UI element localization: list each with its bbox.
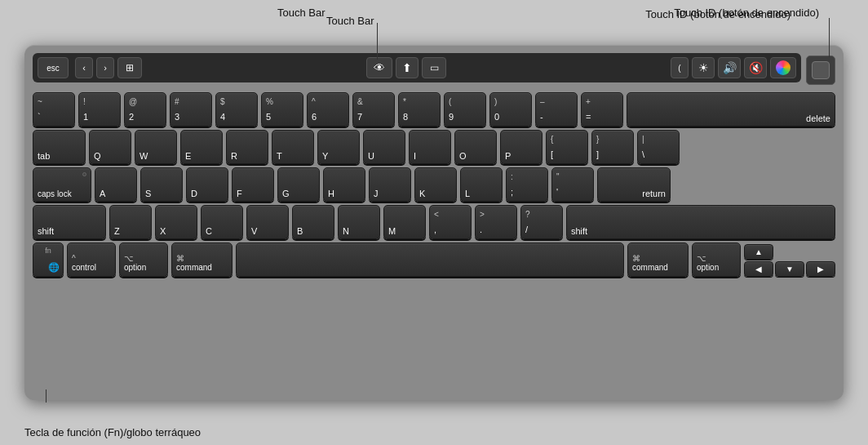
key-shift-left[interactable]: shift xyxy=(33,205,106,239)
key-o[interactable]: O xyxy=(454,130,497,164)
key-e[interactable]: E xyxy=(180,130,223,164)
tb-eye-key[interactable]: 👁 xyxy=(366,57,392,78)
touch-bar-label: Touch Bar xyxy=(326,15,374,27)
key-f[interactable]: F xyxy=(232,167,274,202)
tb-mute-key[interactable]: 🔇 xyxy=(744,57,767,78)
key-arrow-down[interactable]: ▼ xyxy=(775,261,804,277)
key-u[interactable]: U xyxy=(363,130,405,164)
key-rbracket[interactable]: }] xyxy=(591,130,634,164)
key-lbracket[interactable]: {[ xyxy=(546,130,588,164)
touch-bar-annotation: Touch Bar xyxy=(277,7,326,19)
key-3[interactable]: #3 xyxy=(170,92,212,127)
key-1[interactable]: !1 xyxy=(78,92,121,127)
key-y[interactable]: Y xyxy=(317,130,360,164)
key-semicolon[interactable]: :; xyxy=(506,167,548,202)
key-m[interactable]: M xyxy=(383,205,426,239)
key-arrow-right[interactable]: ▶ xyxy=(806,261,835,277)
key-9[interactable]: (9 xyxy=(444,92,486,127)
key-option-right[interactable]: ⌥option xyxy=(692,243,741,277)
key-z[interactable]: Z xyxy=(109,205,152,239)
fn-globe-label: Tecla de función (Fn)/globo terráqueo xyxy=(24,426,201,438)
tb-grid-key[interactable]: ⊞ xyxy=(117,57,142,78)
touch-id-key[interactable] xyxy=(806,56,835,85)
key-2[interactable]: @2 xyxy=(124,92,166,127)
tb-siri-key[interactable] xyxy=(770,57,796,78)
key-p[interactable]: P xyxy=(500,130,542,164)
key-g[interactable]: G xyxy=(277,167,320,202)
key-command-left[interactable]: ⌘command xyxy=(171,243,232,277)
key-delete[interactable]: delete xyxy=(627,92,835,127)
key-7[interactable]: &7 xyxy=(352,92,395,127)
key-l[interactable]: L xyxy=(460,167,503,202)
key-backtick[interactable]: ~` xyxy=(33,92,75,127)
key-a[interactable]: A xyxy=(95,167,137,202)
tb-vol-key[interactable]: 🔊 xyxy=(718,57,741,78)
key-shift-right[interactable]: shift xyxy=(566,205,835,239)
qwerty-row: tab Q W E R T Y U I O P {[ }] |\ xyxy=(33,130,835,164)
touch-bar: esc ‹ › ⊞ 👁 ⬆ ▭ ( ☀ 🔊 🔇 xyxy=(33,53,801,82)
key-k[interactable]: K xyxy=(414,167,457,202)
key-r[interactable]: R xyxy=(226,130,268,164)
key-0[interactable]: )0 xyxy=(489,92,532,127)
key-4[interactable]: $4 xyxy=(215,92,258,127)
key-arrow-left[interactable]: ◀ xyxy=(744,261,773,277)
key-b[interactable]: B xyxy=(292,205,334,239)
key-backslash[interactable]: |\ xyxy=(637,130,680,164)
key-slash[interactable]: ?/ xyxy=(520,205,563,239)
key-period[interactable]: >. xyxy=(475,205,517,239)
key-caps-lock[interactable]: caps lock xyxy=(33,167,91,202)
key-d[interactable]: D xyxy=(186,167,228,202)
key-comma[interactable]: <, xyxy=(429,205,472,239)
key-h[interactable]: H xyxy=(323,167,365,202)
key-v[interactable]: V xyxy=(246,205,289,239)
touch-id-annotation-line xyxy=(829,18,830,57)
key-5[interactable]: %5 xyxy=(261,92,303,127)
tb-screen-key[interactable]: ▭ xyxy=(422,57,446,78)
tb-fwd-key[interactable]: › xyxy=(96,57,114,78)
key-minus[interactable]: –- xyxy=(535,92,578,127)
keyboard: esc ‹ › ⊞ 👁 ⬆ ▭ ( ☀ 🔊 🔇 xyxy=(24,45,844,400)
number-row: ~` !1 @2 #3 $4 %5 ^6 xyxy=(33,92,835,127)
tb-share-key[interactable]: ⬆ xyxy=(396,57,418,78)
key-s[interactable]: S xyxy=(140,167,183,202)
key-quote[interactable]: "' xyxy=(551,167,594,202)
key-j[interactable]: J xyxy=(369,167,411,202)
key-return[interactable]: return xyxy=(597,167,671,202)
key-q[interactable]: Q xyxy=(89,130,131,164)
tb-bright-key[interactable]: ☀ xyxy=(692,57,715,78)
asdf-row: caps lock A S D F G H J K L :; "' xyxy=(33,167,835,202)
bottom-row: fn 🌐 ^control ⌥option ⌘command ⌘command xyxy=(33,243,835,277)
key-command-right[interactable]: ⌘command xyxy=(627,243,689,277)
key-i[interactable]: I xyxy=(409,130,451,164)
zxcv-row: shift Z X C V B N M <, >. ?/ shift xyxy=(33,205,835,239)
key-equals[interactable]: += xyxy=(581,92,623,127)
key-space[interactable] xyxy=(236,243,624,277)
key-option-left[interactable]: ⌥option xyxy=(119,243,168,277)
siri-icon xyxy=(776,60,790,75)
tb-back-key[interactable]: ‹ xyxy=(75,57,93,78)
key-x[interactable]: X xyxy=(155,205,197,239)
key-t[interactable]: T xyxy=(272,130,314,164)
key-w[interactable]: W xyxy=(135,130,177,164)
key-tab[interactable]: tab xyxy=(33,130,86,164)
key-arrow-up[interactable]: ▲ xyxy=(744,244,773,260)
keyboard-rows: ~` !1 @2 #3 $4 %5 ^6 xyxy=(33,92,835,277)
key-n[interactable]: N xyxy=(338,205,380,239)
touch-bar-annotation-line xyxy=(377,23,378,60)
arrow-keys: ▲ ◀ ▼ ▶ xyxy=(744,244,835,277)
tb-paren-key[interactable]: ( xyxy=(671,57,689,78)
esc-key[interactable]: esc xyxy=(38,57,69,78)
key-8[interactable]: *8 xyxy=(398,92,441,127)
fn-annotation-line xyxy=(46,389,46,403)
key-control[interactable]: ^control xyxy=(67,243,116,277)
key-c[interactable]: C xyxy=(201,205,243,239)
key-6[interactable]: ^6 xyxy=(307,92,349,127)
key-fn[interactable]: fn 🌐 xyxy=(33,243,64,277)
touch-id-label: Touch ID (botón de encendido) xyxy=(645,8,790,20)
